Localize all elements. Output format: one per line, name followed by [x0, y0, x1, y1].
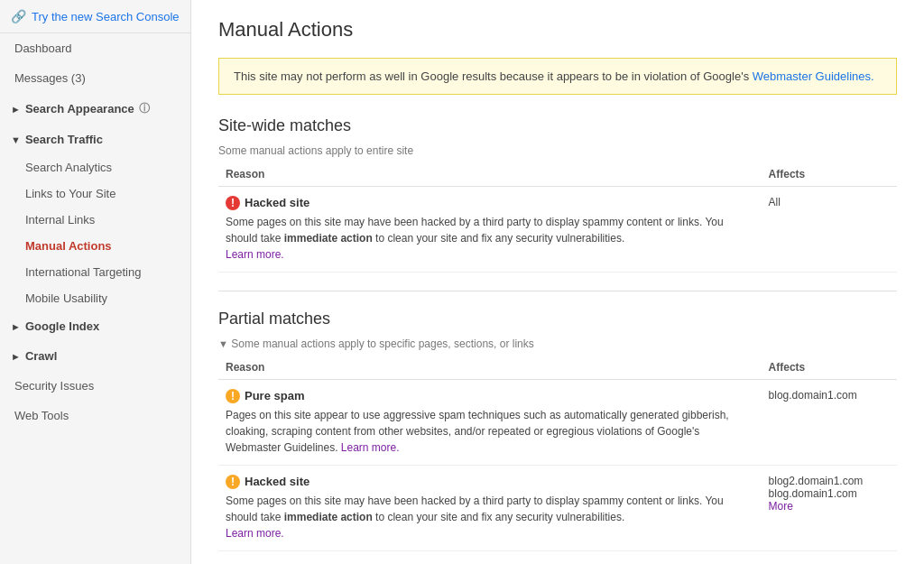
partial-section-title: Partial matches: [218, 310, 897, 328]
site-wide-subtitle: Some manual actions apply to entire site: [218, 144, 897, 157]
webmaster-guidelines-link[interactable]: Webmaster Guidelines.: [753, 69, 874, 83]
page-title: Manual Actions: [218, 18, 897, 42]
warning-text: This site may not perform as well in Goo…: [234, 69, 753, 83]
site-wide-section-title: Site-wide matches: [218, 116, 897, 135]
issue-desc: Some pages on this site may have been ha…: [226, 214, 754, 263]
learn-more-link-1[interactable]: Learn more.: [226, 248, 284, 261]
table-row: ! Hacked site Some pages on this site ma…: [218, 466, 897, 551]
issue-reason-cell-hacked-partial: ! Hacked site Some pages on this site ma…: [218, 466, 762, 551]
sidebar-item-dashboard[interactable]: Dashboard: [0, 33, 190, 63]
site-wide-table: Reason Affects ! Hacked site Some pages …: [218, 164, 897, 273]
sidebar-section-crawl[interactable]: ► Crawl: [0, 341, 190, 371]
sidebar-item-links-to-your-site[interactable]: Links to Your Site: [0, 180, 190, 207]
sidebar: 🔗 Try the new Search Console Dashboard M…: [0, 0, 191, 564]
table-row: ! Hacked site Some pages on this site ma…: [218, 187, 897, 273]
partial-subtitle: ▼ Some manual actions apply to specific …: [218, 337, 897, 350]
table-row: ! Pure spam Pages on this site appear to…: [218, 380, 897, 466]
learn-more-link-hacked-partial[interactable]: Learn more.: [226, 527, 284, 540]
issue-desc-hacked-partial: Some pages on this site may have been ha…: [226, 493, 754, 541]
issue-desc-pure-spam: Pages on this site appear to use aggress…: [226, 407, 754, 456]
warning-box: This site may not perform as well in Goo…: [218, 58, 897, 95]
col-reason-header: Reason: [218, 164, 762, 187]
issue-reason-cell-pure-spam: ! Pure spam Pages on this site appear to…: [218, 380, 762, 466]
col-affects-header: Affects: [762, 164, 897, 187]
partial-table: Reason Affects ! Pure spam Pages on this…: [218, 357, 897, 551]
yellow-icon-1: !: [226, 389, 240, 403]
arrow-icon: ►: [11, 104, 21, 115]
sidebar-section-google-index[interactable]: ► Google Index: [0, 311, 190, 341]
issue-reason-cell: ! Hacked site Some pages on this site ma…: [218, 187, 762, 273]
sidebar-section-search-traffic[interactable]: ▼ Search Traffic: [0, 125, 190, 154]
affects-cell-pure-spam: blog.domain1.com: [762, 380, 897, 466]
affects-cell: All: [762, 187, 897, 273]
sidebar-item-manual-actions[interactable]: Manual Actions: [0, 233, 190, 259]
yellow-icon-2: !: [226, 475, 240, 489]
sidebar-item-web-tools[interactable]: Web Tools: [0, 401, 190, 430]
arrow-right-icon: ►: [11, 321, 21, 332]
info-icon: ⓘ: [139, 101, 150, 116]
sidebar-section-search-appearance[interactable]: ► Search Appearance ⓘ: [0, 93, 190, 125]
arrow-down-icon: ▼: [11, 134, 21, 145]
sidebar-item-messages[interactable]: Messages (3): [0, 63, 190, 93]
sidebar-item-internal-links[interactable]: Internal Links: [0, 207, 190, 233]
more-link[interactable]: More: [769, 500, 890, 513]
col-affects-header-partial: Affects: [762, 357, 897, 380]
affects-cell-hacked-partial: blog2.domain1.com blog.domain1.com More: [762, 466, 897, 551]
col-reason-header-partial: Reason: [218, 357, 762, 380]
issue-label-hacked-partial: Hacked site: [245, 475, 310, 488]
issue-label-pure-spam: Pure spam: [245, 389, 304, 402]
sidebar-item-mobile-usability[interactable]: Mobile Usability: [0, 285, 190, 311]
section-divider: [218, 291, 897, 291]
sidebar-try-new[interactable]: 🔗 Try the new Search Console: [0, 0, 190, 33]
arrow-right-icon2: ►: [11, 351, 21, 362]
main-content: Manual Actions This site may not perform…: [191, 0, 924, 564]
red-icon: !: [226, 196, 240, 210]
sidebar-item-international-targeting[interactable]: International Targeting: [0, 259, 190, 285]
external-link-icon: 🔗: [11, 9, 26, 23]
sidebar-item-search-analytics[interactable]: Search Analytics: [0, 154, 190, 180]
learn-more-link-pure-spam[interactable]: Learn more.: [341, 441, 400, 454]
partial-section: Partial matches ▼ Some manual actions ap…: [218, 310, 897, 551]
sidebar-item-security-issues[interactable]: Security Issues: [0, 371, 190, 401]
collapse-arrow-icon: ▼: [218, 338, 228, 349]
issue-label: Hacked site: [245, 196, 310, 209]
